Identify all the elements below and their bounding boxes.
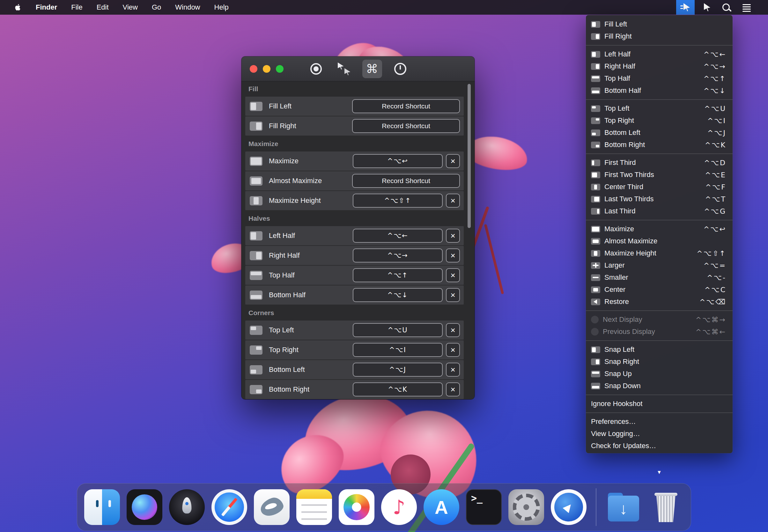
menu-item[interactable]: Snap Up — [586, 368, 733, 380]
hookshot-menubar-icon[interactable] — [676, 0, 695, 15]
apple-menu-icon[interactable] — [14, 3, 22, 12]
menu-item[interactable]: Bottom Right ^⌥K — [586, 139, 733, 151]
clear-shortcut-button[interactable]: × — [446, 154, 460, 168]
menu-item[interactable]: Smaller ^⌥- — [586, 271, 733, 284]
notification-center-icon[interactable] — [737, 0, 756, 15]
zoom-button[interactable] — [276, 65, 284, 73]
mail-icon[interactable] — [254, 489, 290, 525]
hookshot-icon[interactable]: ▲ — [551, 489, 587, 525]
window-position-icon — [591, 21, 600, 28]
menu-item[interactable]: Bottom Left ^⌥J — [586, 127, 733, 139]
menu-item[interactable]: Center ^⌥C — [586, 284, 733, 296]
clear-shortcut-button[interactable]: × — [446, 343, 460, 357]
clear-shortcut-button[interactable]: × — [446, 363, 460, 377]
menu-item[interactable]: Fill Left — [586, 18, 733, 30]
record-shortcut-button[interactable]: Record Shortcut — [352, 119, 460, 133]
siri-icon[interactable] — [127, 489, 162, 525]
shortcut-field[interactable]: ^⌥⇧↑ — [353, 194, 443, 208]
clear-shortcut-button[interactable]: × — [446, 382, 460, 396]
menubar-menus: File Edit View Go Window Help — [71, 3, 229, 11]
window-titlebar[interactable]: ⌘ — [241, 56, 475, 81]
menu-scroll-down-indicator[interactable]: ▼ — [586, 468, 733, 477]
menubar-menu-item[interactable]: Help — [214, 3, 229, 11]
menu-item[interactable]: View Logging… — [586, 428, 733, 440]
launchpad-icon[interactable] — [169, 489, 205, 525]
trash-icon[interactable] — [648, 489, 684, 525]
shortcut-field[interactable]: ^⌥↩ — [353, 154, 443, 168]
action-label: Left Half — [269, 232, 295, 240]
menu-item[interactable]: Bottom Half ^⌥↓ — [586, 85, 733, 97]
menu-item[interactable]: Last Third ^⌥G — [586, 205, 733, 217]
clear-shortcut-button[interactable]: × — [446, 288, 460, 302]
shortcut-field[interactable]: ^⌥↑ — [353, 268, 443, 282]
scrollbar-thumb[interactable] — [468, 84, 471, 228]
record-shortcut-button[interactable]: Record Shortcut — [352, 99, 460, 113]
safari-icon[interactable] — [211, 489, 247, 525]
menu-item[interactable]: Top Right ^⌥I — [586, 115, 733, 127]
menu-item-label: Last Two Thirds — [604, 195, 654, 203]
menu-separator — [586, 45, 733, 46]
finder-icon[interactable] — [84, 489, 120, 525]
record-tab-icon — [310, 63, 322, 75]
pointer-menubar-icon[interactable] — [697, 0, 715, 15]
shortcut-field[interactable]: ^⌥U — [353, 323, 443, 337]
app-menu-title[interactable]: Finder — [36, 3, 57, 11]
hookshot-status-menu: Fill Left Fill Right Left Half ^⌥← Right… — [586, 15, 733, 453]
toolbar-tab[interactable]: ⌘ — [362, 60, 382, 78]
toolbar-tab[interactable] — [390, 60, 410, 78]
menubar-menu-item[interactable]: View — [123, 3, 138, 11]
menu-item-label: Bottom Right — [604, 141, 645, 149]
minimize-button[interactable] — [263, 65, 270, 73]
photos-icon[interactable] — [339, 489, 374, 525]
menubar-menu-item[interactable]: Window — [175, 3, 200, 11]
menu-item[interactable]: Top Left ^⌥U — [586, 102, 733, 115]
appstore-icon[interactable]: A — [424, 489, 459, 525]
shortcut-field[interactable]: ^⌥↓ — [353, 288, 443, 302]
menu-item[interactable]: Right Half ^⌥→ — [586, 60, 733, 72]
menu-item[interactable]: First Third ^⌥D — [586, 157, 733, 169]
menubar-menu-item[interactable]: Edit — [97, 3, 109, 11]
itunes-icon[interactable]: ♪ — [381, 489, 417, 525]
shortcuts-tab-icon: ⌘ — [366, 62, 378, 76]
clear-shortcut-button[interactable]: × — [446, 229, 460, 243]
shortcut-field[interactable]: ^⌥K — [353, 382, 443, 396]
shortcut-field[interactable]: ^⌥I — [353, 343, 443, 357]
menu-item[interactable]: Maximize Height ^⌥⇧↑ — [586, 247, 733, 259]
spotlight-icon[interactable] — [717, 0, 735, 15]
menu-item[interactable]: Almost Maximize — [586, 235, 733, 247]
window-position-icon — [250, 365, 262, 374]
close-button[interactable] — [250, 65, 257, 73]
downloads-icon[interactable]: ↓ — [606, 489, 641, 525]
menu-item[interactable]: Snap Right — [586, 356, 733, 368]
clear-shortcut-button[interactable]: × — [446, 194, 460, 208]
toolbar-tab[interactable] — [306, 60, 326, 78]
menubar-menu-item[interactable]: Go — [152, 3, 161, 11]
notes-icon[interactable] — [296, 489, 332, 525]
menu-item[interactable]: Maximize ^⌥↩ — [586, 223, 733, 235]
menu-item[interactable]: Fill Right — [586, 30, 733, 42]
shortcut-field[interactable]: ^⌥← — [353, 229, 443, 243]
clear-shortcut-button[interactable]: × — [446, 248, 460, 262]
menu-item[interactable]: Check for Updates… — [586, 440, 733, 452]
shortcut-field[interactable]: ^⌥J — [353, 363, 443, 377]
menu-item[interactable]: Larger ^⌥= — [586, 259, 733, 271]
menu-item[interactable]: Restore ^⌥⌫ — [586, 296, 733, 308]
menu-item[interactable]: Left Half ^⌥← — [586, 48, 733, 60]
menu-item[interactable]: Center Third ^⌥F — [586, 181, 733, 193]
menu-item[interactable]: Ignore Hookshot — [586, 398, 733, 410]
menu-item[interactable]: Top Half ^⌥↑ — [586, 72, 733, 85]
clear-shortcut-button[interactable]: × — [446, 323, 460, 337]
menu-item[interactable]: Snap Down — [586, 380, 733, 392]
clear-shortcut-button[interactable]: × — [446, 268, 460, 282]
menu-item[interactable]: Snap Left — [586, 344, 733, 356]
menu-item[interactable]: Preferences… — [586, 416, 733, 428]
menubar-menu-item[interactable]: File — [71, 3, 82, 11]
shortcut-field[interactable]: ^⌥→ — [353, 248, 443, 262]
window-position-icon — [591, 117, 600, 124]
terminal-icon[interactable]: >_ — [466, 489, 502, 525]
menu-item[interactable]: Last Two Thirds ^⌥T — [586, 193, 733, 205]
toolbar-tab[interactable] — [334, 60, 354, 78]
menu-item[interactable]: First Two Thirds ^⌥E — [586, 169, 733, 181]
system-preferences-icon[interactable] — [508, 489, 544, 525]
record-shortcut-button[interactable]: Record Shortcut — [352, 174, 460, 188]
